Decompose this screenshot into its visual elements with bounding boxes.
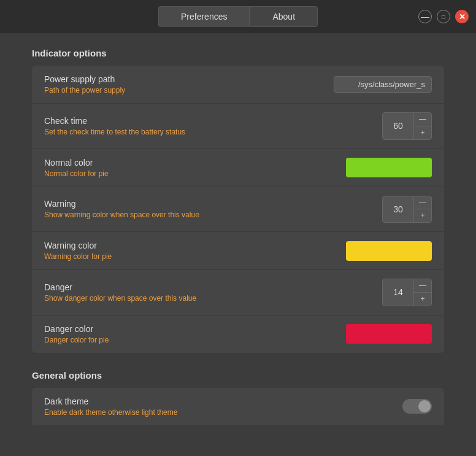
- danger-main-label: Danger: [44, 282, 196, 292]
- warning-color-main-label: Warning color: [44, 241, 112, 250]
- danger-color-main-label: Danger color: [44, 324, 109, 334]
- warning-color-row: Warning color Warning color for pie: [32, 232, 444, 270]
- warning-increment[interactable]: +: [414, 209, 431, 222]
- warning-label: Warning Show warning color when space ov…: [44, 199, 199, 219]
- dark-theme-main-label: Dark theme: [44, 396, 177, 406]
- check-time-value: 60: [383, 118, 413, 134]
- main-window: Preferences About — □ ✕ Indicator option…: [0, 0, 476, 456]
- warning-color-swatch[interactable]: [346, 241, 432, 261]
- close-button[interactable]: ✕: [455, 10, 469, 23]
- danger-label: Danger Show danger color when space over…: [44, 282, 196, 303]
- check-time-sub-label: Set the check time to test the battery s…: [44, 128, 185, 136]
- warning-color-control: [346, 241, 432, 261]
- normal-color-swatch[interactable]: [346, 158, 432, 177]
- warning-color-label: Warning color Warning color for pie: [44, 241, 112, 261]
- tab-preferences[interactable]: Preferences: [158, 6, 250, 27]
- indicator-options-title: Indicator options: [32, 48, 444, 58]
- danger-spinner: 14 — +: [382, 279, 432, 306]
- danger-sub-label: Show danger color when space over this v…: [44, 294, 196, 303]
- normal-color-label: Normal color Normal color for pie: [44, 158, 109, 178]
- check-time-spinner-btns: — +: [413, 113, 431, 139]
- warning-decrement[interactable]: —: [414, 196, 431, 210]
- normal-color-sub-label: Normal color for pie: [44, 169, 109, 178]
- toggle-knob: [418, 400, 431, 412]
- power-supply-row: Power supply path Path of the power supp…: [32, 66, 444, 104]
- warning-control: 30 — +: [382, 196, 432, 223]
- check-time-row: Check time Set the check time to test th…: [32, 104, 444, 149]
- normal-color-row: Normal color Normal color for pie: [32, 149, 444, 187]
- danger-decrement[interactable]: —: [414, 279, 431, 293]
- dark-theme-label: Dark theme Enable dark theme otherwise l…: [44, 396, 177, 417]
- indicator-options-box: Power supply path Path of the power supp…: [32, 66, 444, 353]
- warning-spinner: 30 — +: [382, 196, 432, 223]
- tab-group: Preferences About: [158, 6, 318, 27]
- power-supply-input[interactable]: [334, 76, 432, 93]
- warning-sub-label: Show warning color when space over this …: [44, 211, 199, 219]
- warning-row: Warning Show warning color when space ov…: [32, 187, 444, 233]
- warning-spinner-btns: — +: [413, 196, 431, 223]
- power-supply-control: [334, 76, 432, 93]
- danger-value: 14: [383, 284, 413, 300]
- tab-about[interactable]: About: [250, 6, 318, 27]
- danger-color-label: Danger color Danger color for pie: [44, 324, 109, 344]
- general-options-box: Dark theme Enable dark theme otherwise l…: [32, 388, 444, 425]
- dark-theme-sub-label: Enable dark theme otherwise light theme: [44, 408, 177, 417]
- content-area: Indicator options Power supply path Path…: [0, 33, 476, 456]
- warning-color-sub-label: Warning color for pie: [44, 252, 112, 261]
- check-time-control: 60 — +: [382, 112, 432, 140]
- warning-main-label: Warning: [44, 199, 199, 209]
- danger-color-row: Danger color Danger color for pie: [32, 315, 444, 353]
- minimize-button[interactable]: —: [418, 10, 432, 23]
- power-supply-sub-label: Path of the power supply: [44, 86, 125, 95]
- general-options-title: General options: [32, 370, 444, 381]
- danger-color-swatch[interactable]: [346, 324, 432, 344]
- check-time-main-label: Check time: [44, 116, 185, 126]
- power-supply-main-label: Power supply path: [44, 74, 125, 84]
- check-time-decrement[interactable]: —: [414, 113, 431, 126]
- dark-theme-control: [402, 399, 432, 414]
- danger-spinner-btns: — +: [413, 279, 431, 306]
- check-time-increment[interactable]: +: [414, 126, 431, 139]
- check-time-spinner: 60 — +: [382, 112, 432, 140]
- titlebar: Preferences About — □ ✕: [0, 0, 476, 33]
- check-time-label: Check time Set the check time to test th…: [44, 116, 185, 136]
- maximize-button[interactable]: □: [437, 10, 450, 23]
- danger-increment[interactable]: +: [414, 293, 431, 306]
- normal-color-main-label: Normal color: [44, 158, 109, 168]
- power-supply-label: Power supply path Path of the power supp…: [44, 74, 125, 95]
- danger-control: 14 — +: [382, 279, 432, 306]
- titlebar-right: — □ ✕: [318, 10, 469, 23]
- dark-theme-toggle[interactable]: [402, 399, 432, 414]
- danger-color-sub-label: Danger color for pie: [44, 336, 109, 344]
- normal-color-control: [346, 158, 432, 177]
- dark-theme-row: Dark theme Enable dark theme otherwise l…: [32, 388, 444, 425]
- danger-color-control: [346, 324, 432, 344]
- warning-value: 30: [383, 201, 413, 217]
- danger-row: Danger Show danger color when space over…: [32, 270, 444, 315]
